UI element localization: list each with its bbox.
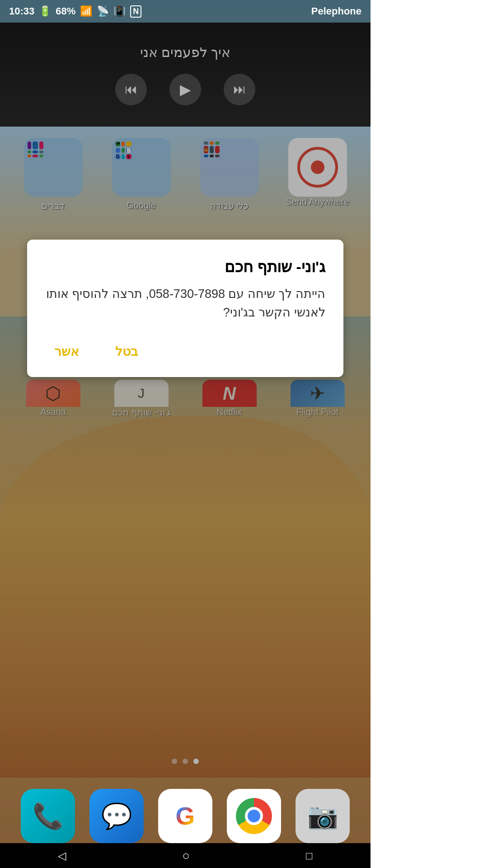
dialog-confirm-button[interactable]: אשר — [45, 340, 88, 363]
dock-camera-button[interactable]: 📷 — [296, 789, 350, 843]
dock-phone-button[interactable]: 📞 — [21, 789, 75, 843]
nav-bar: ◁ ○ □ — [0, 843, 371, 868]
dialog-buttons: אשר בטל — [45, 340, 325, 363]
chrome-icon — [236, 798, 272, 834]
google-icon: G — [176, 802, 195, 830]
dock-messages-button[interactable]: 💬 — [89, 789, 144, 843]
status-left: 10:33 🔋 68% 📶 📡 📳 N — [9, 5, 141, 18]
signal-icon: 📶 — [80, 5, 92, 17]
vibrate-icon: 📳 — [113, 5, 126, 17]
time-display: 10:33 — [9, 5, 34, 17]
dialog-body: הייתה לך שיחה עם 058-730-7898, תרצה להוס… — [45, 285, 325, 321]
nfc-icon: N — [130, 5, 141, 18]
dialog-overlay: ג'וני- שותף חכם הייתה לך שיחה עם 058-730… — [0, 0, 371, 868]
status-right: Pelephone — [311, 5, 361, 17]
dialog-title: ג'וני- שותף חכם — [45, 258, 325, 276]
dialog: ג'וני- שותף חכם הייתה לך שיחה עם 058-730… — [27, 240, 343, 377]
carrier-label: Pelephone — [311, 5, 361, 17]
dialog-cancel-button[interactable]: בטל — [106, 340, 147, 363]
battery-level: 68% — [56, 5, 75, 17]
dock-google-button[interactable]: G — [158, 789, 212, 843]
battery-icon: 🔋 — [39, 5, 51, 17]
chrome-inner — [245, 807, 263, 825]
camera-icon: 📷 — [307, 802, 338, 831]
phone-icon: 📞 — [33, 802, 64, 831]
dock-chrome-button[interactable] — [227, 789, 281, 843]
dock: 📞 💬 G 📷 — [0, 789, 371, 843]
nav-recents-button[interactable]: □ — [292, 845, 326, 867]
status-bar: 10:33 🔋 68% 📶 📡 📳 N Pelephone — [0, 0, 371, 23]
nav-back-button[interactable]: ◁ — [44, 845, 80, 867]
nav-home-button[interactable]: ○ — [169, 844, 203, 868]
wifi-icon: 📡 — [97, 5, 109, 17]
messages-icon: 💬 — [101, 802, 132, 831]
